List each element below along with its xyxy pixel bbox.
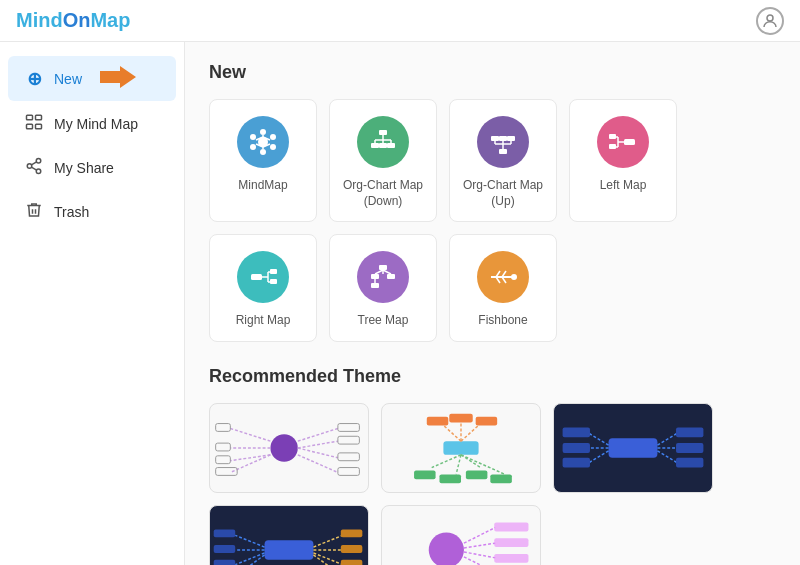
new-icon: ⊕ — [24, 68, 44, 90]
svg-rect-114 — [563, 458, 590, 468]
svg-rect-110 — [676, 443, 703, 453]
svg-rect-99 — [439, 474, 461, 483]
map-card-left[interactable]: Left Map — [569, 99, 677, 222]
theme-card-4[interactable] — [209, 505, 369, 565]
svg-line-75 — [298, 428, 338, 441]
sidebar-item-new-label: New — [54, 71, 82, 87]
left-map-label: Left Map — [600, 178, 647, 194]
svg-rect-30 — [371, 143, 379, 148]
svg-rect-95 — [427, 416, 449, 425]
new-arrow — [100, 66, 136, 91]
sidebar-item-trash[interactable]: Trash — [8, 191, 176, 233]
svg-line-116 — [235, 535, 264, 547]
theme-section-title: Recommended Theme — [209, 366, 776, 387]
svg-line-76 — [298, 441, 338, 448]
user-avatar-icon[interactable] — [756, 7, 784, 35]
org-up-icon-circle — [477, 116, 529, 168]
svg-rect-47 — [609, 134, 616, 139]
svg-point-7 — [27, 164, 32, 169]
theme-card-1[interactable] — [209, 403, 369, 493]
theme-card-3[interactable] — [553, 403, 713, 493]
svg-line-103 — [657, 433, 677, 445]
map-card-org-down[interactable]: Org-Chart Map(Down) — [329, 99, 437, 222]
new-section-title: New — [209, 62, 776, 83]
sidebar: ⊕ New My Mind Map — [0, 42, 185, 565]
sidebar-item-trash-label: Trash — [54, 204, 89, 220]
map-card-right[interactable]: Right Map — [209, 234, 317, 342]
svg-point-6 — [36, 159, 41, 164]
svg-point-132 — [429, 532, 464, 565]
svg-rect-97 — [476, 416, 498, 425]
svg-line-78 — [298, 455, 338, 473]
svg-rect-96 — [449, 414, 472, 423]
svg-rect-81 — [216, 456, 231, 464]
sidebar-item-my-mind-map-label: My Mind Map — [54, 116, 138, 132]
svg-point-15 — [260, 149, 266, 155]
svg-line-62 — [375, 270, 383, 274]
svg-point-16 — [250, 144, 256, 150]
theme-grid — [209, 403, 776, 565]
svg-rect-139 — [494, 554, 528, 563]
svg-line-124 — [313, 535, 342, 547]
svg-point-17 — [250, 134, 256, 140]
svg-line-106 — [589, 433, 609, 445]
theme-card-2[interactable] — [381, 403, 541, 493]
svg-rect-98 — [414, 470, 436, 479]
svg-rect-55 — [270, 279, 277, 284]
mindmap-label: MindMap — [238, 178, 287, 194]
svg-rect-84 — [338, 436, 360, 444]
sidebar-item-my-mind-map[interactable]: My Mind Map — [8, 103, 176, 145]
theme-card-5[interactable] — [381, 505, 541, 565]
mindmap-icon-circle — [237, 116, 289, 168]
svg-rect-31 — [379, 143, 387, 148]
svg-rect-115 — [265, 540, 314, 560]
svg-rect-79 — [216, 423, 231, 431]
svg-rect-112 — [563, 427, 590, 437]
my-share-icon — [24, 157, 44, 179]
svg-line-135 — [464, 552, 495, 558]
sidebar-item-my-share-label: My Share — [54, 160, 114, 176]
svg-rect-32 — [387, 143, 395, 148]
svg-line-134 — [464, 543, 495, 548]
svg-line-92 — [456, 455, 461, 475]
svg-rect-113 — [563, 443, 590, 453]
map-type-grid: MindMap Org-C — [209, 99, 776, 342]
map-card-mindmap[interactable]: MindMap — [209, 99, 317, 222]
tree-map-icon-circle — [357, 251, 409, 303]
svg-rect-137 — [494, 522, 528, 531]
svg-point-8 — [36, 169, 41, 174]
sidebar-item-new[interactable]: ⊕ New — [8, 56, 176, 101]
svg-rect-85 — [338, 453, 360, 461]
svg-rect-59 — [387, 274, 395, 279]
svg-line-136 — [464, 557, 495, 565]
svg-rect-4 — [27, 124, 33, 129]
svg-line-88 — [441, 423, 461, 441]
svg-point-13 — [270, 134, 276, 140]
svg-point-14 — [270, 144, 276, 150]
svg-marker-1 — [100, 66, 136, 88]
map-card-fishbone[interactable]: Fishbone — [449, 234, 557, 342]
svg-rect-34 — [499, 136, 507, 141]
svg-rect-48 — [609, 144, 616, 149]
svg-rect-54 — [270, 269, 277, 274]
logo-text: MindOnMap — [16, 9, 130, 32]
fishbone-icon-circle — [477, 251, 529, 303]
org-down-label: Org-Chart Map(Down) — [343, 178, 423, 209]
svg-point-65 — [511, 274, 517, 280]
org-down-icon-circle — [357, 116, 409, 168]
right-map-label: Right Map — [236, 313, 291, 329]
map-card-tree[interactable]: Tree Map — [329, 234, 437, 342]
trash-icon — [24, 201, 44, 223]
svg-rect-58 — [371, 274, 379, 279]
svg-rect-41 — [499, 149, 507, 154]
svg-line-9 — [31, 167, 36, 170]
map-card-org-up[interactable]: Org-Chart Map (Up) — [449, 99, 557, 222]
sidebar-item-my-share[interactable]: My Share — [8, 147, 176, 189]
svg-rect-111 — [676, 458, 703, 468]
svg-rect-33 — [491, 136, 499, 141]
logo: MindOnMap — [16, 9, 130, 32]
svg-rect-49 — [251, 274, 262, 280]
svg-line-133 — [464, 527, 495, 543]
left-map-icon-circle — [597, 116, 649, 168]
main-layout: ⊕ New My Mind Map — [0, 42, 800, 565]
